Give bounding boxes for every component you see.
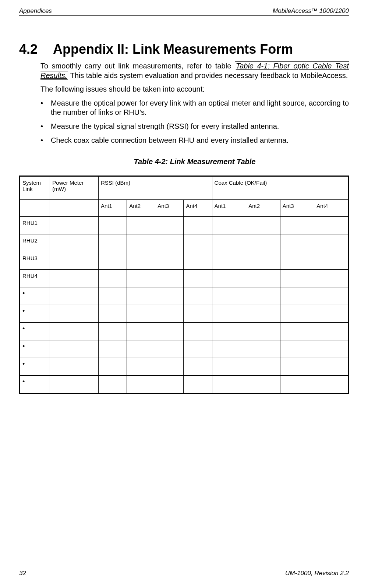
row-label: RHU4: [20, 270, 50, 287]
table-caption: Table 4-2: Link Measurement Table: [40, 157, 349, 166]
th-ant2: Ant2: [127, 200, 155, 217]
header-left: Appendices: [19, 7, 52, 15]
link-measurement-table: System Link Power Meter (mW) RSSI (dBm) …: [19, 176, 349, 394]
table-row: RHU3: [20, 252, 348, 270]
th-ant2: Ant2: [246, 200, 280, 217]
paragraph-1: To smoothly carry out link measurements,…: [40, 61, 349, 80]
th-ant3: Ant3: [280, 200, 314, 217]
th-ant1: Ant1: [98, 200, 127, 217]
row-label: •: [20, 323, 50, 340]
th-system-link: System Link: [20, 176, 50, 200]
row-label: RHU2: [20, 234, 50, 252]
para1-text-b: This table aids system evaluation and pr…: [68, 71, 348, 79]
bullet-text: Check coax cable connection between RHU …: [51, 136, 289, 145]
section-heading: 4.2 Appendix II: Link Measurements Form: [19, 42, 349, 57]
section-number: 4.2: [19, 42, 38, 57]
row-label: •: [20, 287, 50, 305]
th-ant4: Ant4: [184, 200, 212, 217]
table-row: •: [20, 358, 348, 376]
th-ant1: Ant1: [212, 200, 246, 217]
list-item: • Check coax cable connection between RH…: [40, 136, 349, 145]
th-power-meter: Power Meter (mW): [50, 176, 99, 200]
table-subheader-row: Ant1 Ant2 Ant3 Ant4 Ant1 Ant2 Ant3 Ant4: [20, 200, 348, 217]
paragraph-2: The following issues should be taken int…: [40, 85, 349, 94]
table-row: RHU4: [20, 270, 348, 287]
page-header: Appendices MobileAccess™ 1000/1200: [19, 7, 349, 16]
content-area: 4.2 Appendix II: Link Measurements Form …: [19, 16, 349, 568]
table-row: RHU2: [20, 234, 348, 252]
table-row: •: [20, 340, 348, 358]
section-title: Appendix II: Link Measurements Form: [53, 42, 293, 57]
th-empty: [20, 200, 50, 217]
row-label: •: [20, 358, 50, 376]
list-item: • Measure the optical power for every li…: [40, 99, 349, 117]
row-label: RHU3: [20, 252, 50, 270]
list-item: • Measure the typical signal strength (R…: [40, 122, 349, 131]
table-row: •: [20, 376, 348, 394]
th-ant3: Ant3: [155, 200, 184, 217]
table-row: •: [20, 305, 348, 323]
row-label: •: [20, 376, 50, 394]
bullet-text: Measure the optical power for every link…: [51, 99, 349, 117]
para1-text-a: To smoothly carry out link measurements,…: [40, 62, 235, 70]
row-label: RHU1: [20, 217, 50, 234]
th-empty: [50, 200, 99, 217]
bullet-text: Measure the typical signal strength (RSS…: [51, 122, 279, 131]
row-label: •: [20, 340, 50, 358]
bullet-icon: •: [40, 136, 51, 145]
table-header-row: System Link Power Meter (mW) RSSI (dBm) …: [20, 176, 348, 200]
th-ant4: Ant4: [314, 200, 348, 217]
bullet-icon: •: [40, 122, 51, 131]
th-coax: Coax Cable (OK/Fail): [212, 176, 348, 200]
th-rssi: RSSI (dBm): [98, 176, 212, 200]
bullet-list: • Measure the optical power for every li…: [40, 99, 349, 145]
page-number: 32: [19, 570, 26, 577]
doc-revision: UM-1000, Revision 2.2: [285, 570, 349, 577]
table-row: RHU1: [20, 217, 348, 234]
bullet-icon: •: [40, 99, 51, 117]
header-right: MobileAccess™ 1000/1200: [273, 7, 349, 15]
table-row: •: [20, 287, 348, 305]
page-footer: 32 UM-1000, Revision 2.2: [19, 568, 349, 577]
table-row: •: [20, 323, 348, 340]
row-label: •: [20, 305, 50, 323]
